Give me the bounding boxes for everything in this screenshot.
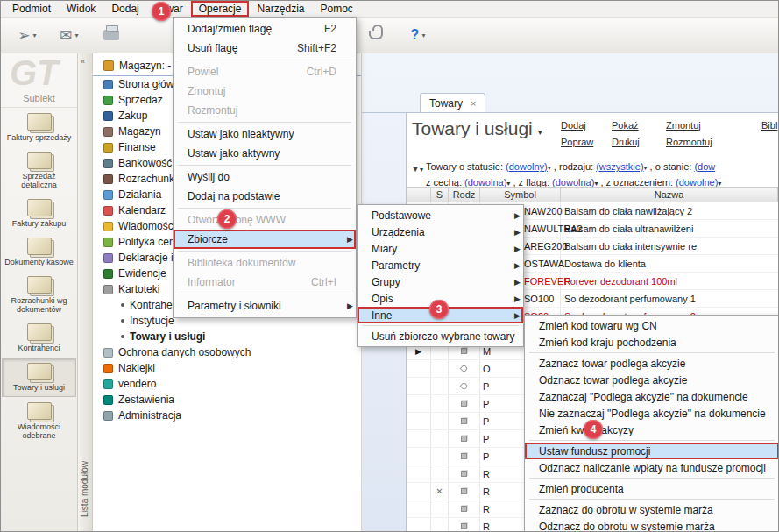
kind-cell — [449, 378, 480, 394]
sidebar-item-faktury-sprzedaży[interactable]: Faktury sprzedaży — [2, 110, 76, 146]
sidebar-item-kontrahenci[interactable]: Kontrahenci — [2, 320, 76, 357]
menu-item-dodaj-zmień-flagę[interactable]: Dodaj/zmień flagęF2 — [174, 19, 356, 39]
tree-item-administracja[interactable]: Administracja — [93, 408, 361, 423]
menu-item-wyślij-do[interactable]: Wyślij do — [174, 167, 356, 187]
print-icon — [103, 30, 119, 40]
module-shortcut-icon — [27, 238, 52, 255]
filter-value-dow[interactable]: (dow — [694, 161, 715, 172]
menu-item-odznacz-towar-podlega-akcyzie[interactable]: Odznacz towar podlega akcyzie — [525, 372, 779, 388]
sidebar-item-towary-i-usługi[interactable]: Towary i usługi — [2, 358, 76, 397]
tab-towary[interactable]: Towary × — [420, 93, 485, 113]
kind-cell — [449, 518, 480, 531]
mail-button[interactable]: ✉▾ — [52, 21, 87, 49]
action-link-zmontuj[interactable]: Zmontuj — [666, 120, 736, 137]
menu-item-shortcut: Shift+F2 — [278, 42, 336, 54]
sidebar-item-wiadomości-odebrane[interactable]: Wiadomości odebrane — [2, 399, 76, 444]
menu-pomoc[interactable]: Pomoc — [312, 2, 360, 17]
menu-widok[interactable]: Widok — [59, 2, 103, 17]
cube-icon — [461, 418, 467, 424]
tree-item-ochrona-danych-osobowych[interactable]: Ochrona danych osobowych — [93, 344, 361, 360]
tree-item-icon — [103, 174, 113, 184]
menu-item-label: Odznacz towar podlega akcyzie — [539, 374, 687, 387]
menu-item-zmień-kwotę-akcyzy[interactable]: Zmień kwotę akcyzy — [525, 422, 779, 438]
action-link-drukuj[interactable]: Drukuj — [612, 137, 666, 153]
name-cell: Balsam do ciała nawilżający 2 — [561, 202, 778, 219]
sidebar-item-dokumenty-kasowe[interactable]: Dokumenty kasowe — [2, 234, 76, 271]
filter-value-dowolny[interactable]: (dowolny) — [506, 161, 548, 172]
menu-item-usuń-zbiorczo-wybrane-towary[interactable]: Usuń zbiorczo wybrane towary — [358, 328, 523, 344]
tree-item-zestawienia[interactable]: Zestawienia — [93, 392, 361, 408]
menu-dodaj[interactable]: Dodaj — [103, 2, 146, 17]
menu-item-parametry-i-słowniki[interactable]: Parametry i słowniki▶ — [174, 296, 356, 316]
tree-item-naklejki[interactable]: Naklejki — [93, 360, 361, 376]
sidebar-item-faktury-zakupu[interactable]: Faktury zakupu — [2, 195, 76, 232]
action-link-rozmontuj[interactable]: Rozmontuj — [666, 137, 736, 153]
menu-item-label: Biblioteka dokumentów — [188, 257, 295, 269]
collapse-chevron-icon[interactable]: « — [81, 57, 85, 66]
col-header-selector[interactable] — [407, 188, 431, 202]
tree-item-label: Sprzedaż — [118, 94, 163, 106]
print-button[interactable] — [94, 21, 129, 49]
modules-panel-strip[interactable]: « Lista modułów — [78, 53, 93, 531]
filter-icon[interactable]: ▼▾ — [411, 164, 423, 174]
tab-strip: Towary × — [362, 91, 778, 113]
action-link-pokaż[interactable]: Pokaż — [612, 120, 666, 137]
col-header-s[interactable]: S — [431, 188, 449, 202]
menu-item-usuń-flagę[interactable]: Usuń flagęShift+F2 — [174, 39, 356, 58]
menu-item-label: Nie zaznaczaj "Podlega akcyzie" na dokum… — [539, 408, 766, 420]
menu-podmiot[interactable]: Podmiot — [4, 2, 59, 17]
menu-item-parametry[interactable]: Parametry▶ — [358, 257, 523, 273]
tree-item-towary-i-usługi[interactable]: Towary i usługi — [93, 329, 361, 344]
action-link-dodaj[interactable]: Dodaj — [561, 120, 612, 137]
menu-item-nie-zaznaczaj-podlega-akcyzie-na-dokumencie[interactable]: Nie zaznaczaj "Podlega akcyzie" na dokum… — [525, 405, 779, 422]
col-header-rodz[interactable]: Rodz — [449, 188, 480, 202]
logo-gt-mark: GT — [10, 53, 59, 93]
menu-item-grupy[interactable]: Grupy▶ — [358, 273, 523, 290]
sidebar-item-rozrachunki-wg-dokumentów[interactable]: Rozrachunki wg dokumentów — [2, 273, 76, 318]
menu-item-zmień-kod-towaru-wg-cn[interactable]: Zmień kod towaru wg CN — [525, 317, 779, 334]
menu-item-label: Zmień kod kraju pochodzenia — [539, 337, 676, 349]
sidebar-item-sprzedaż-detaliczna[interactable]: Sprzedaż detaliczna — [2, 148, 76, 194]
menu-item-zaznaczaj-podlega-akcyzie-na-dokumencie[interactable]: Zaznaczaj "Podlega akcyzie" na dokumenci… — [525, 388, 779, 405]
tree-item-icon — [103, 395, 113, 405]
tree-item-label: Zakup — [118, 110, 147, 122]
tree-item-icon — [103, 285, 113, 294]
tree-item-vendero[interactable]: vendero — [93, 376, 361, 392]
menu-narzędzia[interactable]: Narzędzia — [249, 2, 312, 17]
row-selector — [407, 483, 431, 500]
kind-cell — [449, 395, 480, 412]
action-link-biblioteka[interactable]: Bibl — [761, 120, 777, 131]
menu-item-urządzenia[interactable]: Urządzenia▶ — [358, 223, 523, 240]
tree-item-icon — [103, 348, 113, 358]
basket-button[interactable] — [358, 21, 393, 49]
menu-item-zbiorcze[interactable]: Zbiorcze▶ — [174, 230, 356, 249]
help-button[interactable]: ?▾ — [400, 21, 436, 49]
menu-item-zaznacz-towar-podlega-akcyzie[interactable]: Zaznacz towar podlega akcyzie — [525, 355, 779, 372]
col-header-symbol[interactable]: Symbol — [480, 188, 561, 202]
menu-item-ustaw-jako-nieaktywny[interactable]: Ustaw jako nieaktywny — [174, 124, 356, 144]
menu-item-ustaw-jako-aktywny[interactable]: Ustaw jako aktywny — [174, 144, 356, 163]
send-button[interactable]: ➢▾ — [10, 21, 45, 49]
menu-item-zaznacz-do-obrotu-w-systemie-marża[interactable]: Zaznacz do obrotu w systemie marża — [525, 501, 779, 518]
menu-operacje[interactable]: Operacje — [191, 1, 250, 17]
tab-close-icon[interactable]: × — [471, 98, 476, 109]
filter-value-wszystkie[interactable]: (wszystkie) — [596, 161, 643, 172]
menu-item-label: Grupy — [372, 276, 400, 288]
menu-item-dodaj-na-podstawie[interactable]: Dodaj na podstawie — [174, 187, 356, 206]
menu-item-miary[interactable]: Miary▶ — [358, 240, 523, 257]
row-selector — [407, 413, 431, 429]
col-header-nazwa[interactable]: Nazwa — [561, 188, 778, 202]
menu-item-odznacz-naliczanie-wpłaty-na-fundusze-promocji[interactable]: Odznacz naliczanie wpłaty na fundusze pr… — [525, 459, 779, 476]
menu-item-zmień-kod-kraju-pochodzenia[interactable]: Zmień kod kraju pochodzenia — [525, 334, 779, 351]
tree-item-icon — [103, 80, 113, 89]
menu-item-zmień-producenta[interactable]: Zmień producenta — [525, 480, 779, 497]
action-link-popraw[interactable]: Popraw — [561, 137, 612, 153]
menu-item-odznacz-do-obrotu-w-systemie-marża[interactable]: Odznacz do obrotu w systemie marża — [525, 518, 779, 532]
tree-item-label: Ochrona danych osobowych — [118, 346, 251, 358]
chevron-down-icon: ▾ — [33, 32, 37, 39]
menu-item-podstawowe[interactable]: Podstawowe▶ — [358, 207, 523, 223]
title-caret-icon[interactable]: ▾ — [538, 122, 542, 137]
menu-item-ustaw-fundusz-promocji[interactable]: Ustaw fundusz promocji — [525, 443, 779, 459]
menu-item-label: Zaznacz do obrotu w systemie marża — [539, 504, 713, 516]
submenu-arrow-icon: ▶ — [504, 211, 516, 220]
